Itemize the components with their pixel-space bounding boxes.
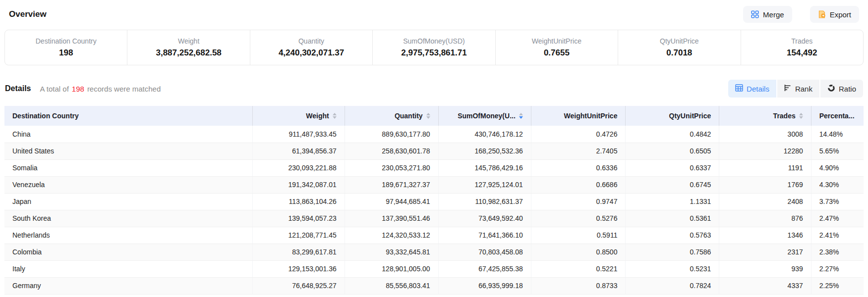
cell-weight: 230,093,221.88 [253, 159, 345, 176]
cell-qtyunitprice: 0.5231 [626, 260, 719, 277]
cell-trades: 1346 [719, 227, 811, 244]
merge-icon [751, 10, 759, 18]
column-label: Trades [773, 112, 796, 120]
stat-value: 3,887,252,682.58 [156, 48, 221, 58]
cell-trades: 939 [719, 260, 811, 277]
cell-sumofmoney-u: 430,746,178.12 [438, 126, 531, 143]
cell-weightunitprice: 2.7405 [531, 143, 626, 159]
cell-country: China [4, 126, 253, 143]
cell-weight: 191,342,087.01 [253, 176, 345, 193]
column-label: WeightUnitPrice [564, 112, 618, 120]
cell-qtyunitprice: 0.4842 [626, 126, 719, 143]
column-header-quantity[interactable]: Quantity [345, 106, 438, 126]
table-row-south-korea[interactable]: South Korea139,594,057.23137,390,551.467… [4, 210, 864, 227]
stat-label: Destination Country [36, 37, 97, 45]
cell-sumofmoney-u: 127,925,124.01 [438, 176, 531, 193]
cell-quantity: 189,671,327.37 [345, 176, 438, 193]
sort-caret-icon[interactable] [333, 113, 337, 119]
summary-prefix: A total of [40, 85, 68, 93]
sort-caret-icon[interactable] [519, 113, 523, 119]
cell-sumofmoney-u: 73,649,592.40 [438, 210, 531, 227]
overview-stats-card: Destination Country 198 Weight 3,887,252… [4, 30, 864, 65]
cell-qtyunitprice: 0.5361 [626, 210, 719, 227]
cell-country: Germany [4, 277, 253, 294]
export-button[interactable]: Export [810, 6, 859, 23]
table-row-germany[interactable]: Germany76,648,925.2785,556,803.4166,935,… [4, 277, 864, 294]
table-grid-icon [735, 84, 743, 93]
cell-quantity: 124,320,533.12 [345, 227, 438, 244]
export-button-label: Export [830, 10, 851, 19]
table-row-colombia[interactable]: Colombia83,299,617.8193,332,645.8170,803… [4, 244, 864, 260]
details-title: Details [5, 84, 31, 93]
cell-sumofmoney-u: 70,803,458.08 [438, 244, 531, 260]
cell-country: Japan [4, 193, 253, 210]
table-header-row: Destination CountryWeightQuantitySumOfMo… [4, 106, 864, 126]
stat-value: 0.7018 [666, 48, 692, 58]
stat-value: 198 [59, 48, 73, 58]
stat-label: Quantity [298, 37, 324, 45]
stat-value: 4,240,302,071.37 [279, 48, 344, 58]
merge-button[interactable]: Merge [743, 6, 792, 23]
column-header-percenta: Percenta... [811, 106, 864, 126]
tab-rank[interactable]: Rank [777, 80, 819, 98]
cell-trades: 4337 [719, 277, 811, 294]
stat-value: 154,492 [787, 48, 817, 58]
table-row-united-states[interactable]: United States61,394,856.37258,630,601.78… [4, 143, 864, 159]
sort-caret-icon[interactable] [426, 113, 430, 119]
cell-percenta: 2.27% [811, 260, 864, 277]
view-switch: Details Rank [728, 80, 863, 98]
cell-percenta: 2.25% [811, 277, 864, 294]
cell-weight: 129,153,001.36 [253, 260, 345, 277]
column-header-qtyunitprice: QtyUnitPrice [626, 106, 719, 126]
cell-percenta: 4.90% [811, 159, 864, 176]
column-label: SumOfMoney(U... [458, 112, 516, 120]
sort-caret-icon[interactable] [799, 113, 803, 119]
cell-percenta: 2.47% [811, 210, 864, 227]
cell-country: Somalia [4, 159, 253, 176]
tab-details[interactable]: Details [728, 80, 776, 98]
table-row-somalia[interactable]: Somalia230,093,221.88230,053,271.80145,7… [4, 159, 864, 176]
cell-weightunitprice: 0.5276 [531, 210, 626, 227]
table-row-netherlands[interactable]: Netherlands121,208,771.45124,320,533.127… [4, 227, 864, 244]
cell-quantity: 93,332,645.81 [345, 244, 438, 260]
column-header-weight[interactable]: Weight [253, 106, 345, 126]
cell-trades: 1191 [719, 159, 811, 176]
cell-quantity: 85,556,803.41 [345, 277, 438, 294]
stat-value: 0.7655 [544, 48, 570, 58]
cell-weightunitprice: 0.8500 [531, 244, 626, 260]
cell-sumofmoney-u: 66,935,999.18 [438, 277, 531, 294]
cell-country: United States [4, 143, 253, 159]
export-icon [818, 10, 826, 18]
cell-percenta: 14.48% [811, 126, 864, 143]
cell-quantity: 97,944,685.41 [345, 193, 438, 210]
cell-qtyunitprice: 1.1331 [626, 193, 719, 210]
table-row-japan[interactable]: Japan113,863,104.2697,944,685.41110,982,… [4, 193, 864, 210]
stat-label: Weight [178, 37, 199, 45]
cell-qtyunitprice: 0.7824 [626, 277, 719, 294]
cell-weight: 113,863,104.26 [253, 193, 345, 210]
column-label: QtyUnitPrice [669, 112, 711, 120]
details-table: Destination CountryWeightQuantitySumOfMo… [4, 106, 864, 295]
cell-percenta: 2.41% [811, 227, 864, 244]
tab-rank-label: Rank [795, 85, 812, 93]
table-row-italy[interactable]: Italy129,153,001.36128,901,005.0067,425,… [4, 260, 864, 277]
cell-sumofmoney-u: 110,982,631.37 [438, 193, 531, 210]
cell-weightunitprice: 0.5911 [531, 227, 626, 244]
cell-qtyunitprice: 0.5763 [626, 227, 719, 244]
stat-label: WeightUnitPrice [532, 37, 581, 45]
tab-ratio-label: Ratio [839, 85, 856, 93]
table-row-china[interactable]: China911,487,933.45889,630,177.80430,746… [4, 126, 864, 143]
cell-weightunitprice: 0.9747 [531, 193, 626, 210]
cell-qtyunitprice: 0.6505 [626, 143, 719, 159]
column-label: Quantity [395, 112, 423, 120]
cell-trades: 3008 [719, 126, 811, 143]
tab-ratio[interactable]: Ratio [820, 80, 863, 98]
column-header-trades[interactable]: Trades [719, 106, 811, 126]
column-label: Percenta... [819, 112, 855, 120]
column-header-destination-country: Destination Country [4, 106, 253, 126]
cell-sumofmoney-u: 145,786,429.16 [438, 159, 531, 176]
column-header-sumofmoney-u[interactable]: SumOfMoney(U... [438, 106, 531, 126]
table-row-venezuela[interactable]: Venezuela191,342,087.01189,671,327.37127… [4, 176, 864, 193]
cell-weight: 121,208,771.45 [253, 227, 345, 244]
stat-trades: Trades 154,492 [741, 30, 863, 65]
